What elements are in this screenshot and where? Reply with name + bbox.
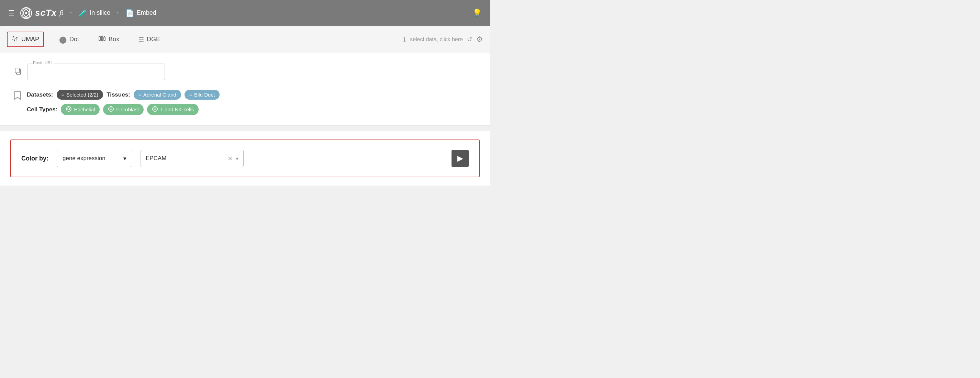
arrow-right-icon: ▶: [457, 154, 463, 163]
select-data-text: select data, click here: [410, 37, 463, 43]
tab-bar-right: ℹ select data, click here ↺ ⚙: [403, 35, 483, 44]
color-by-value: gene expression: [62, 155, 105, 162]
logo-beta: β: [59, 9, 63, 17]
tissue-chip-1[interactable]: ≡ Adrenal Gland: [134, 90, 181, 100]
umap-label: UMAP: [21, 36, 39, 43]
svg-point-3: [25, 12, 27, 14]
svg-point-31: [108, 109, 109, 110]
svg-point-24: [68, 111, 69, 112]
svg-point-26: [71, 109, 72, 110]
svg-point-32: [113, 109, 114, 110]
gear-icon[interactable]: ⚙: [476, 35, 483, 44]
celltype1-icon: [66, 106, 72, 113]
svg-rect-16: [104, 37, 105, 40]
tab-dot[interactable]: ⬤ Dot: [55, 33, 83, 46]
tab-bar: UMAP ⬤ Dot Box: [0, 26, 490, 53]
gene-input[interactable]: EPCAM ✕ ▾: [140, 150, 243, 167]
nav-dot-1: •: [70, 11, 72, 15]
info-icon: ℹ: [403, 36, 406, 43]
header: ☰ scTx β • 🧪 In silico • 📄 Embed 💡: [0, 0, 490, 26]
tissue2-icon: ≡: [189, 92, 192, 98]
url-label: Paste URL: [32, 60, 54, 65]
copy-icon[interactable]: [14, 67, 22, 77]
main-content: Paste URL Datasets: ≡ Selected (2/2): [0, 53, 490, 186]
celltype-chip-1[interactable]: Epithelial: [61, 104, 100, 115]
refresh-icon[interactable]: ↺: [467, 36, 472, 43]
celltype3-label: T and NK-cells: [160, 106, 194, 112]
svg-point-28: [110, 108, 112, 110]
url-input[interactable]: [27, 64, 165, 80]
color-section: Color by: gene expression ▾ EPCAM ✕ ▾ ▶: [10, 140, 480, 177]
svg-point-21: [66, 106, 71, 111]
svg-point-30: [111, 111, 112, 112]
svg-rect-13: [101, 37, 103, 41]
gene-clear-icon[interactable]: ✕: [228, 155, 232, 162]
bookmark-icon: [14, 91, 21, 102]
datasets-row-1: Datasets: ≡ Selected (2/2) Tissues: ≡ Ad…: [27, 90, 220, 100]
dge-icon: ☰: [138, 36, 144, 43]
gene-input-icons: ✕ ▾: [228, 155, 239, 162]
tab-box[interactable]: Box: [94, 32, 123, 46]
selected-chip[interactable]: ≡ Selected (2/2): [57, 90, 103, 100]
box-icon: [98, 35, 106, 44]
box-label: Box: [108, 36, 119, 43]
url-section: Paste URL: [14, 64, 476, 80]
insilico-label: In silico: [90, 9, 110, 16]
data-section: Paste URL Datasets: ≡ Selected (2/2): [0, 53, 490, 126]
svg-point-35: [154, 106, 156, 107]
celltype-chip-3[interactable]: T and NK-cells: [147, 104, 199, 115]
datasets-content: Datasets: ≡ Selected (2/2) Tissues: ≡ Ad…: [27, 90, 220, 115]
url-input-wrapper: Paste URL: [27, 64, 165, 80]
logo: scTx β: [20, 7, 64, 19]
gene-value: EPCAM: [146, 155, 166, 162]
selected-chip-label: Selected (2/2): [66, 92, 98, 98]
nav-item-insilico[interactable]: 🧪 In silico: [78, 9, 110, 17]
svg-point-22: [68, 108, 70, 110]
svg-point-4: [13, 36, 14, 37]
notification-icon[interactable]: 💡: [473, 9, 482, 17]
svg-point-6: [14, 40, 15, 41]
color-section-wrapper: Color by: gene expression ▾ EPCAM ✕ ▾ ▶: [0, 131, 490, 186]
celltype-chip-2[interactable]: Fibroblast: [103, 104, 144, 115]
section-divider: [0, 126, 490, 131]
tissues-label: Tissues:: [107, 91, 130, 98]
dot-label: Dot: [69, 36, 79, 43]
embed-label: Embed: [137, 9, 156, 16]
svg-rect-20: [15, 68, 19, 73]
svg-point-25: [66, 109, 67, 110]
svg-point-34: [154, 108, 156, 110]
celltype3-icon: [152, 106, 158, 113]
submit-button[interactable]: ▶: [452, 150, 469, 167]
logo-text: scTx: [35, 8, 57, 18]
datasets-label: Datasets:: [27, 91, 53, 98]
tab-dge[interactable]: ☰ DGE: [134, 33, 164, 46]
svg-point-23: [68, 106, 69, 107]
datasets-row-2: Cell Types: Epithel: [27, 104, 220, 115]
gene-dropdown-icon[interactable]: ▾: [236, 155, 239, 162]
nav-item-embed[interactable]: 📄 Embed: [126, 9, 156, 17]
svg-point-36: [154, 111, 156, 112]
svg-point-7: [15, 38, 16, 39]
embed-icon: 📄: [126, 9, 134, 17]
insilico-icon: 🧪: [78, 9, 87, 17]
svg-point-8: [13, 39, 13, 40]
svg-point-5: [16, 37, 18, 38]
tab-bar-left: UMAP ⬤ Dot Box: [7, 32, 164, 47]
color-by-dropdown-icon: ▾: [123, 155, 126, 162]
svg-point-38: [157, 109, 158, 110]
hamburger-icon[interactable]: ☰: [8, 9, 14, 17]
svg-point-37: [152, 109, 153, 110]
logo-icon: [20, 7, 32, 19]
svg-point-9: [16, 40, 17, 41]
color-by-label: Color by:: [21, 155, 48, 162]
dot-icon: ⬤: [59, 35, 67, 44]
dge-label: DGE: [147, 36, 160, 43]
tissue1-label: Adrenal Gland: [143, 92, 176, 98]
color-by-dropdown[interactable]: gene expression ▾: [57, 150, 132, 167]
tab-umap[interactable]: UMAP: [7, 32, 44, 47]
tissue-chip-2[interactable]: ≡ Bile Duct: [185, 90, 220, 100]
datasets-section: Datasets: ≡ Selected (2/2) Tissues: ≡ Ad…: [14, 90, 476, 115]
svg-point-29: [111, 106, 112, 107]
celltypes-label: Cell Types:: [27, 106, 57, 113]
tissue2-label: Bile Duct: [194, 92, 215, 98]
